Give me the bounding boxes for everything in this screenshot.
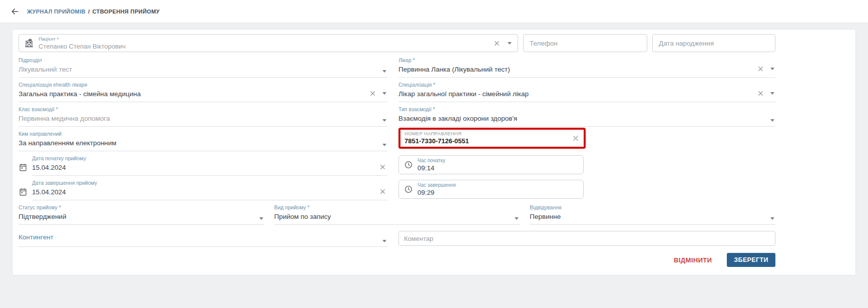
back-button[interactable] xyxy=(8,5,22,19)
interaction-class-select[interactable]: Клас взаємодії * Первинна медична допомо… xyxy=(19,106,387,127)
visit-type-label: Вид прийому * xyxy=(274,204,520,211)
breadcrumb-link-journal[interactable]: ЖУРНАЛ ПРИЙОМІВ xyxy=(27,9,86,15)
referral-number-column: НОМЕР НАПРАВЛЕННЯ 7851-7330-7126-0551 xyxy=(398,131,775,151)
chevron-down-icon[interactable] xyxy=(382,144,386,146)
end-date-value: 15.04.2024 xyxy=(32,188,387,196)
clear-icon[interactable] xyxy=(379,163,386,171)
referred-by-value: За направленням електронним xyxy=(19,139,387,147)
status-value: Підтверджений xyxy=(19,212,264,221)
department-value: Лікувальний тест xyxy=(19,65,387,74)
clear-icon[interactable] xyxy=(757,65,764,73)
interaction-class-value: Первинна медична допомога xyxy=(19,114,387,123)
chevron-down-icon[interactable] xyxy=(382,70,386,73)
clear-icon[interactable] xyxy=(493,40,501,47)
end-time-value: 09:29 xyxy=(417,189,456,196)
birthdate-input[interactable] xyxy=(652,34,775,52)
chevron-down-icon[interactable] xyxy=(770,92,774,95)
breadcrumb-current: СТВОРЕННЯ ПРИЙОМУ xyxy=(92,9,160,15)
doctor-value: Первинна Ланка (Лікувальний тест) xyxy=(398,65,775,74)
appointment-form: Пацієнт * Степанко Степан Вікторович Під… xyxy=(19,34,775,267)
start-time-label: Час початку xyxy=(417,158,445,163)
calendar-icon[interactable] xyxy=(19,163,28,172)
referral-number-field[interactable]: НОМЕР НАПРАВЛЕННЯ 7851-7330-7126-0551 xyxy=(404,131,580,145)
top-bar: ЖУРНАЛ ПРИЙОМІВ / СТВОРЕННЯ ПРИЙОМУ xyxy=(0,0,868,23)
chevron-down-icon[interactable] xyxy=(770,119,774,122)
chevron-down-icon[interactable] xyxy=(515,217,519,220)
end-date-label: Дата завершення прийому xyxy=(32,180,387,186)
specialization-label: Спеціалізація * xyxy=(398,82,775,88)
row-department-doctor: Підрозділ Лікувальний тест Лікар * Перви… xyxy=(19,57,775,78)
attendance-select[interactable]: Відвідування Первинне xyxy=(530,204,775,225)
specialization-select[interactable]: Спеціалізація * Лікар загальної практики… xyxy=(398,82,775,102)
cancel-button[interactable]: ВІДМІНИТИ xyxy=(674,256,712,264)
start-date-label: Дата початку прийому xyxy=(32,155,387,162)
chevron-down-icon[interactable] xyxy=(259,217,263,220)
start-date-value: 15.04.2024 xyxy=(32,163,387,172)
save-button[interactable]: ЗБЕРЕГТИ xyxy=(727,253,775,267)
contingent-label: Контингент xyxy=(19,233,387,241)
interaction-type-value: Взаємодія в закладі охорони здоров'я xyxy=(398,114,775,123)
status-select[interactable]: Статус прийому * Підтверджений xyxy=(19,204,264,225)
start-time-field[interactable]: Час початку 09:14 xyxy=(398,155,584,174)
doctor-select[interactable]: Лікар * Первинна Ланка (Лікувальний тест… xyxy=(398,57,775,78)
form-actions: ВІДМІНИТИ ЗБЕРЕГТИ xyxy=(19,253,775,267)
patient-value: Степанко Степан Вікторович xyxy=(39,43,126,50)
clear-icon[interactable] xyxy=(379,188,386,195)
doctor-label: Лікар * xyxy=(398,57,775,64)
chevron-down-icon[interactable] xyxy=(382,240,386,242)
breadcrumb-separator: / xyxy=(88,9,90,15)
specialization-value: Лікар загальної практики - сімейний ліка… xyxy=(398,90,775,98)
phone-input[interactable] xyxy=(523,34,647,52)
patient-label: Пацієнт * xyxy=(39,37,126,42)
start-time-value: 09:14 xyxy=(417,165,445,172)
chevron-down-icon[interactable] xyxy=(382,92,386,95)
end-time-field[interactable]: Час завершення 09:29 xyxy=(398,180,584,199)
clock-icon xyxy=(404,185,413,194)
referral-number-value: 7851-7330-7126-0551 xyxy=(404,137,580,145)
clear-icon[interactable] xyxy=(369,90,376,97)
row-patient: Пацієнт * Степанко Степан Вікторович xyxy=(19,34,775,52)
ehealth-specialization-label: Спеціалізація ehealth лікаря xyxy=(19,82,387,88)
breadcrumb: ЖУРНАЛ ПРИЙОМІВ / СТВОРЕННЯ ПРИЙОМУ xyxy=(27,9,160,15)
row-contingent-comment: Контингент xyxy=(19,230,775,247)
attendance-value: Первинне xyxy=(530,212,775,221)
attendance-label: Відвідування xyxy=(530,204,775,211)
patient-field[interactable]: Пацієнт * Степанко Степан Вікторович xyxy=(19,34,518,52)
comment-input[interactable] xyxy=(398,231,775,246)
calendar-icon[interactable] xyxy=(19,187,28,196)
chevron-down-icon[interactable] xyxy=(770,68,774,70)
department-select[interactable]: Підрозділ Лікувальний тест xyxy=(19,57,387,78)
contingent-select[interactable]: Контингент xyxy=(19,230,387,247)
row-interaction: Клас взаємодії * Первинна медична допомо… xyxy=(19,106,775,127)
interaction-type-label: Тип взаємодії * xyxy=(398,106,775,113)
row-status: Статус прийому * Підтверджений Вид прийо… xyxy=(19,204,775,225)
start-date-field[interactable]: Дата початку прийому 15.04.2024 xyxy=(19,155,387,176)
ehealth-specialization-value: Загальна практика - сімейна медицина xyxy=(19,90,387,98)
end-date-field[interactable]: Дата завершення прийому 15.04.2024 xyxy=(19,180,387,200)
chevron-down-icon[interactable] xyxy=(770,217,774,220)
row-specializations: Спеціалізація ehealth лікаря Загальна пр… xyxy=(19,82,775,102)
annotation-highlight: НОМЕР НАПРАВЛЕННЯ 7851-7330-7126-0551 xyxy=(398,128,586,149)
clock-icon xyxy=(404,160,413,169)
arrow-left-icon xyxy=(10,7,20,17)
interaction-class-label: Клас взаємодії * xyxy=(19,106,387,113)
status-label: Статус прийому * xyxy=(19,204,264,211)
end-time-label: Час завершення xyxy=(417,183,456,188)
clear-icon[interactable] xyxy=(572,134,580,142)
chevron-down-icon[interactable] xyxy=(382,119,386,122)
row-referral: Ким направлений За направленням електрон… xyxy=(19,131,775,151)
appointment-form-card: Пацієнт * Степанко Степан Вікторович Під… xyxy=(12,29,856,275)
referral-number-label: НОМЕР НАПРАВЛЕННЯ xyxy=(404,131,580,136)
chevron-down-icon[interactable] xyxy=(508,42,512,45)
interaction-type-select[interactable]: Тип взаємодії * Взаємодія в закладі охор… xyxy=(398,106,775,127)
visit-type-value: Прийом по запису xyxy=(274,212,520,221)
department-label: Підрозділ xyxy=(19,57,387,64)
clear-icon[interactable] xyxy=(757,90,764,97)
row-end: Дата завершення прийому 15.04.2024 Час з… xyxy=(19,180,775,200)
referred-by-label: Ким направлений xyxy=(19,131,387,137)
hospital-icon xyxy=(24,38,34,48)
row-start: Дата початку прийому 15.04.2024 Час поча… xyxy=(19,155,775,176)
visit-type-select[interactable]: Вид прийому * Прийом по запису xyxy=(274,204,520,225)
ehealth-specialization-select[interactable]: Спеціалізація ehealth лікаря Загальна пр… xyxy=(19,82,387,102)
referred-by-select[interactable]: Ким направлений За направленням електрон… xyxy=(19,131,387,151)
